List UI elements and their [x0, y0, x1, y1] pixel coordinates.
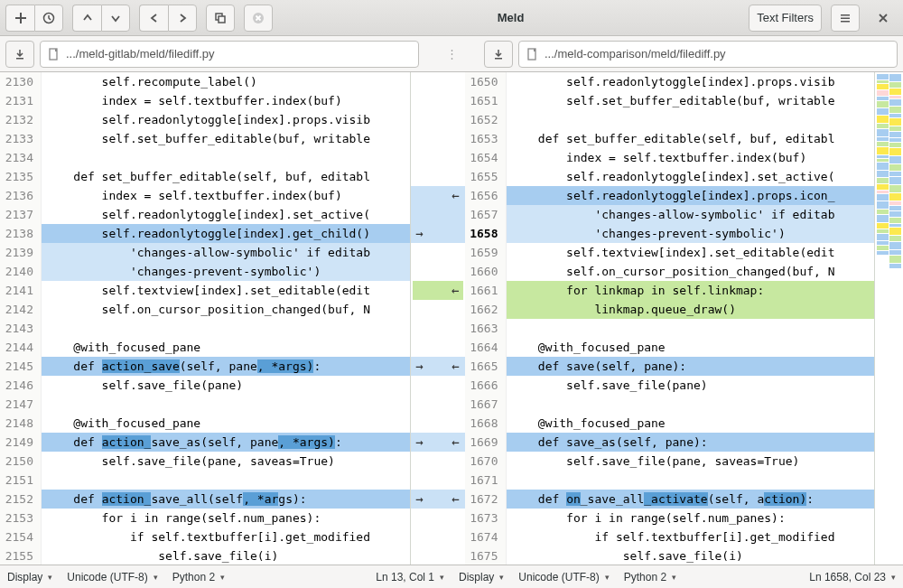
left-pane[interactable]: 2130 self.recompute_label()2131 index = …: [0, 72, 411, 565]
code-line[interactable]: 2137 self.readonlytoggle[index].set_acti…: [0, 205, 410, 224]
menu-button[interactable]: [831, 5, 860, 32]
code-line[interactable]: 1661 for linkmap in self.linkmap:: [465, 281, 875, 300]
code-line[interactable]: 2135 def set_buffer_editable(self, buf, …: [0, 167, 410, 186]
right-display-menu[interactable]: Display: [459, 571, 504, 583]
code-line[interactable]: 1664 @with_focused_pane: [465, 338, 875, 357]
code-line[interactable]: 2131 index = self.textbuffer.index(buf): [0, 91, 410, 110]
code-line[interactable]: 1663: [465, 319, 875, 338]
right-pane[interactable]: 1650 self.readonlytoggle[index].props.vi…: [465, 72, 875, 565]
code-line[interactable]: 1650 self.readonlytoggle[index].props.vi…: [465, 72, 875, 91]
line-number: 2155: [0, 546, 42, 565]
left-file-path[interactable]: .../meld-gitlab/meld/filediff.py: [40, 41, 419, 68]
code-line[interactable]: 2151: [0, 471, 410, 490]
push-left-icon[interactable]: ←: [449, 186, 463, 205]
line-text: def action_save(self, pane, *args):: [42, 357, 410, 376]
code-line[interactable]: 1665 def save(self, pane):: [465, 357, 875, 376]
code-line[interactable]: 1658 'changes-prevent-symbolic'): [465, 224, 875, 243]
code-line[interactable]: 2147: [0, 395, 410, 414]
push-left-icon[interactable]: ←: [449, 433, 463, 452]
left-encoding-menu[interactable]: Unicode (UTF-8): [67, 571, 157, 583]
new-comparison-button[interactable]: [5, 5, 34, 32]
code-line[interactable]: 2155 self.save_file(i): [0, 546, 410, 565]
code-line[interactable]: 1654 index = self.textbuffer.index(buf): [465, 148, 875, 167]
push-right-icon[interactable]: →: [413, 433, 427, 452]
code-line[interactable]: 2148 @with_focused_pane: [0, 414, 410, 433]
forward-button[interactable]: [168, 5, 197, 32]
code-line[interactable]: 2130 self.recompute_label(): [0, 72, 410, 91]
code-line[interactable]: 1673 for i in range(self.num_panes):: [465, 509, 875, 527]
code-line[interactable]: 2142 self.on_cursor_position_changed(buf…: [0, 300, 410, 319]
push-right-icon[interactable]: →: [413, 224, 427, 243]
push-right-icon[interactable]: →: [413, 490, 427, 509]
code-line[interactable]: 2136 index = self.textbuffer.index(buf): [0, 186, 410, 205]
back-button[interactable]: [139, 5, 168, 32]
code-line[interactable]: 1653 def set_buffer_editable(self, buf, …: [465, 129, 875, 148]
code-line[interactable]: 2141 self.textview[index].set_editable(e…: [0, 281, 410, 300]
save-left-button[interactable]: [5, 41, 34, 68]
code-line[interactable]: 1655 self.readonlytoggle[index].set_acti…: [465, 167, 875, 186]
code-line[interactable]: 1675 self.save_file(i): [465, 546, 875, 565]
code-line[interactable]: 2144 @with_focused_pane: [0, 338, 410, 357]
code-line[interactable]: 2152 def action_save_all(self, *args):: [0, 490, 410, 509]
code-line[interactable]: 2146 self.save_file(pane): [0, 376, 410, 395]
push-left-icon[interactable]: ←: [449, 490, 463, 509]
code-line[interactable]: 1672 def on_save_all_activate(self, acti…: [465, 490, 875, 509]
code-line[interactable]: 1662 linkmap.queue_draw(): [465, 300, 875, 319]
code-line[interactable]: 2139 'changes-allow-symbolic' if editab: [0, 243, 410, 262]
left-display-menu[interactable]: Display: [7, 571, 52, 583]
left-position[interactable]: Ln 13, Col 1: [376, 571, 444, 583]
code-line[interactable]: 2150 self.save_file(pane, saveas=True): [0, 452, 410, 471]
code-line[interactable]: 2133 self.set_buffer_editable(buf, writa…: [0, 129, 410, 148]
code-line[interactable]: 2132 self.readonlytoggle[index].props.vi…: [0, 110, 410, 129]
prev-change-button[interactable]: [72, 5, 101, 32]
right-lang-menu[interactable]: Python 2: [624, 571, 676, 583]
minimap-block: [877, 178, 889, 183]
code-line[interactable]: 2145 def action_save(self, pane, *args):: [0, 357, 410, 376]
code-line[interactable]: 2149 def action_save_as(self, pane, *arg…: [0, 433, 410, 452]
right-file-path[interactable]: .../meld-comparison/meld/filediff.py: [518, 41, 898, 68]
code-line[interactable]: 1669 def save_as(self, pane):: [465, 433, 875, 452]
text-filters-button[interactable]: Text Filters: [749, 5, 822, 32]
code-line[interactable]: 1651 self.set_buffer_editable(buf, writa…: [465, 91, 875, 110]
right-encoding-menu[interactable]: Unicode (UTF-8): [518, 571, 609, 583]
code-line[interactable]: 1660 self.on_cursor_position_changed(buf…: [465, 262, 875, 281]
minimap-block: [877, 234, 889, 240]
code-line[interactable]: 1671: [465, 471, 875, 490]
code-line[interactable]: 2154 if self.textbuffer[i].get_modified: [0, 527, 410, 546]
save-right-button[interactable]: [484, 41, 513, 68]
line-number: 1659: [465, 243, 507, 262]
right-position[interactable]: Ln 1658, Col 23: [809, 571, 896, 583]
insert-left-icon[interactable]: ←: [413, 281, 463, 300]
pane-divider[interactable]: ⋮: [424, 47, 479, 61]
push-right-icon[interactable]: →: [413, 357, 427, 376]
code-line[interactable]: 1666 self.save_file(pane): [465, 376, 875, 395]
code-line[interactable]: 1670 self.save_file(pane, saveas=True): [465, 452, 875, 471]
left-lang-menu[interactable]: Python 2: [172, 571, 225, 583]
code-line[interactable]: 1668 @with_focused_pane: [465, 414, 875, 433]
code-line[interactable]: 1659 self.textview[index].set_editable(e…: [465, 243, 875, 262]
code-line[interactable]: 1652: [465, 110, 875, 129]
minimap[interactable]: [874, 72, 903, 565]
push-left-icon[interactable]: ←: [449, 357, 463, 376]
code-line[interactable]: 2140 'changes-prevent-symbolic'): [0, 262, 410, 281]
line-text: @with_focused_pane: [507, 414, 875, 433]
code-line[interactable]: 1657 'changes-allow-symbolic' if editab: [465, 205, 875, 224]
line-text: [42, 148, 410, 167]
next-change-button[interactable]: [101, 5, 130, 32]
code-line[interactable]: 2143: [0, 319, 410, 338]
link-gutter[interactable]: →←→←→←→←←: [411, 72, 465, 565]
code-line[interactable]: 1656 self.readonlytoggle[index].props.ic…: [465, 186, 875, 205]
copy-button[interactable]: [206, 5, 235, 32]
code-line[interactable]: 1674 if self.textbuffer[i].get_modified: [465, 527, 875, 546]
code-line[interactable]: 2138 self.readonlytoggle[index].get_chil…: [0, 224, 410, 243]
code-line[interactable]: 2134: [0, 148, 410, 167]
minimap-block: [877, 101, 889, 107]
minimap-block: [877, 142, 889, 146]
recent-button[interactable]: [34, 5, 63, 32]
code-line[interactable]: 1667: [465, 395, 875, 414]
stop-button[interactable]: [244, 5, 273, 32]
code-line[interactable]: 2153 for i in range(self.num_panes):: [0, 509, 410, 527]
close-button[interactable]: [869, 5, 898, 32]
minimap-block: [889, 242, 901, 249]
line-number: 2130: [0, 72, 42, 91]
